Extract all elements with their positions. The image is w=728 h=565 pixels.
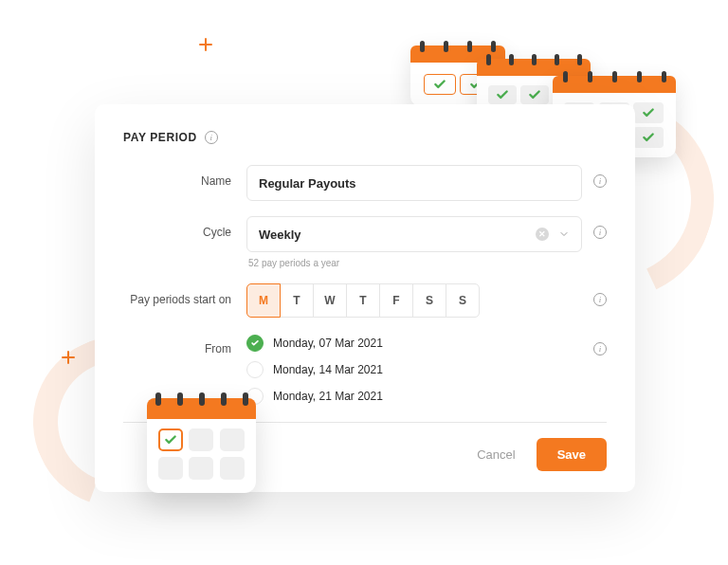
from-label: From [123,333,246,355]
day-option[interactable]: W [313,283,347,318]
info-icon[interactable] [593,293,607,306]
clear-icon[interactable]: ✕ [536,228,549,241]
cycle-hint: 52 pay periods a year [248,258,582,268]
from-date-options: Monday, 07 Mar 2021Monday, 14 Mar 2021Mo… [246,333,582,405]
from-date-label: Monday, 14 Mar 2021 [273,363,383,376]
cycle-select-value: Weekly [259,228,301,242]
sparkle-icon [62,351,75,364]
name-label: Name [123,165,246,188]
section-title: PAY PERIOD [123,131,197,144]
chevron-down-icon [558,228,570,240]
sparkle-icon [199,38,212,51]
from-date-option[interactable]: Monday, 07 Mar 2021 [246,335,582,352]
start-day-row: Pay periods start on MTWTFSS [123,283,607,318]
day-option[interactable]: M [246,283,281,318]
day-option[interactable]: S [446,283,480,318]
info-icon[interactable] [593,174,607,188]
from-date-option[interactable]: Monday, 21 Mar 2021 [246,388,582,405]
start-day-label: Pay periods start on [123,283,246,306]
info-icon[interactable] [593,342,607,355]
save-button[interactable]: Save [537,438,607,471]
info-icon[interactable] [593,226,607,239]
from-date-label: Monday, 21 Mar 2021 [273,390,383,403]
from-row: From Monday, 07 Mar 2021Monday, 14 Mar 2… [123,333,607,405]
day-option[interactable]: F [379,283,413,318]
calendar-illustration [147,398,256,493]
radio-checked-icon [246,335,264,352]
radio-unchecked-icon [246,361,264,378]
info-icon[interactable] [205,131,218,144]
cycle-label: Cycle [123,216,246,239]
day-option[interactable]: T [280,283,314,318]
day-picker: MTWTFSS [246,283,582,318]
from-date-option[interactable]: Monday, 14 Mar 2021 [246,361,582,378]
name-input[interactable] [246,165,582,201]
cycle-row: Cycle Weekly ✕ 52 pay periods a year [123,216,607,268]
section-header: PAY PERIOD [123,131,607,144]
cycle-select[interactable]: Weekly ✕ [246,216,582,252]
name-row: Name [123,165,607,201]
from-date-label: Monday, 07 Mar 2021 [273,337,383,350]
day-option[interactable]: S [412,283,446,318]
day-option[interactable]: T [346,283,380,318]
cancel-button[interactable]: Cancel [471,440,520,469]
